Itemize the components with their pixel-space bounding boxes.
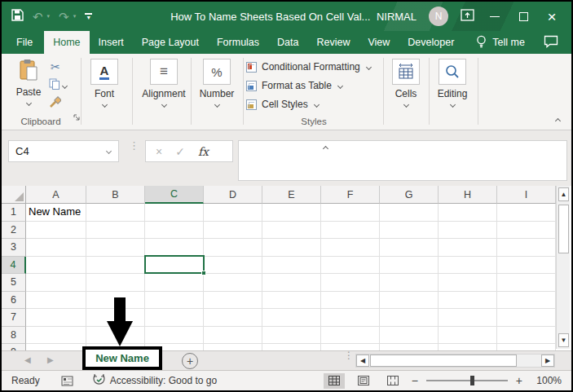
cell-D1[interactable] bbox=[204, 204, 262, 222]
scroll-left-icon[interactable]: ◀ bbox=[356, 355, 369, 367]
cell-I4[interactable] bbox=[497, 257, 556, 275]
styles-item-conditional-formatting[interactable]: Conditional Formatting bbox=[246, 59, 371, 74]
new-sheet-button[interactable]: + bbox=[182, 353, 198, 369]
cell-A1[interactable]: New Name bbox=[26, 204, 86, 222]
cell-D5[interactable] bbox=[204, 274, 262, 292]
cell-B4[interactable] bbox=[86, 257, 145, 275]
cell-A8[interactable] bbox=[26, 327, 86, 345]
zoom-in-button[interactable]: + bbox=[516, 374, 522, 387]
normal-view-button[interactable] bbox=[324, 373, 345, 389]
redo-icon[interactable]: ↷ bbox=[59, 11, 69, 23]
format-painter-button[interactable] bbox=[49, 96, 61, 112]
cell-D8[interactable] bbox=[204, 327, 262, 345]
collapse-ribbon-icon[interactable] bbox=[555, 118, 561, 124]
scroll-down-icon[interactable]: ▼ bbox=[558, 333, 569, 347]
previous-sheet-icon[interactable]: ◀ bbox=[24, 355, 31, 364]
undo-icon[interactable]: ↶ bbox=[33, 11, 43, 23]
undo-dropdown-icon[interactable]: ▾ bbox=[47, 13, 51, 20]
macro-record-icon[interactable] bbox=[61, 376, 73, 386]
tell-me[interactable]: Tell me bbox=[476, 31, 525, 54]
cell-H9[interactable] bbox=[439, 344, 497, 350]
scroll-right-icon[interactable]: ▶ bbox=[541, 355, 554, 367]
cell-E3[interactable] bbox=[262, 239, 321, 257]
cell-F6[interactable] bbox=[321, 292, 380, 310]
page-break-view-button[interactable] bbox=[382, 373, 403, 389]
cell-B1[interactable] bbox=[86, 204, 145, 222]
cell-D9[interactable] bbox=[204, 344, 262, 350]
cell-I3[interactable] bbox=[497, 239, 556, 257]
cells-group-button[interactable]: Cells bbox=[387, 59, 425, 107]
cell-A7[interactable] bbox=[26, 309, 86, 327]
cell-E8[interactable] bbox=[262, 327, 321, 345]
font-group-button[interactable]: A Font bbox=[86, 59, 122, 107]
cell-F7[interactable] bbox=[321, 309, 380, 327]
next-sheet-icon[interactable]: ▶ bbox=[47, 355, 54, 364]
cell-B5[interactable] bbox=[86, 274, 145, 292]
maximize-button[interactable] bbox=[515, 8, 531, 24]
tab-insert[interactable]: Insert bbox=[90, 31, 133, 54]
tab-review[interactable]: Review bbox=[307, 31, 359, 54]
cell-G4[interactable] bbox=[380, 257, 439, 275]
column-header-G[interactable]: G bbox=[380, 186, 439, 204]
cell-C5[interactable] bbox=[145, 274, 204, 292]
tab-home[interactable]: Home bbox=[44, 31, 89, 54]
horizontal-scrollbar[interactable]: ◀ ▶ bbox=[355, 354, 555, 368]
scroll-up-icon[interactable]: ▲ bbox=[558, 187, 569, 201]
row-header-5[interactable]: 5 bbox=[2, 274, 26, 292]
column-header-C[interactable]: C bbox=[145, 186, 204, 204]
cell-I6[interactable] bbox=[497, 292, 556, 310]
cell-H4[interactable] bbox=[439, 257, 497, 275]
column-header-B[interactable]: B bbox=[86, 186, 145, 204]
cell-D4[interactable] bbox=[204, 257, 262, 275]
tab-view[interactable]: View bbox=[359, 31, 399, 54]
cell-A6[interactable] bbox=[26, 292, 86, 310]
cell-G7[interactable] bbox=[380, 309, 439, 327]
cell-H1[interactable] bbox=[439, 204, 497, 222]
column-header-H[interactable]: H bbox=[439, 186, 497, 204]
cell-E1[interactable] bbox=[262, 204, 321, 222]
save-icon[interactable] bbox=[11, 9, 24, 24]
tab-data[interactable]: Data bbox=[268, 31, 307, 54]
row-header-3[interactable]: 3 bbox=[2, 239, 26, 257]
enter-icon[interactable]: ✓ bbox=[175, 145, 185, 158]
cell-I9[interactable] bbox=[497, 344, 556, 350]
horizontal-scroll-thumb[interactable] bbox=[370, 355, 517, 367]
cell-C6[interactable] bbox=[145, 292, 204, 310]
cell-G1[interactable] bbox=[380, 204, 439, 222]
cell-I2[interactable] bbox=[497, 222, 556, 240]
cell-C8[interactable] bbox=[145, 327, 204, 345]
customize-qat-icon[interactable]: ▾ bbox=[85, 13, 92, 20]
cell-F8[interactable] bbox=[321, 327, 380, 345]
row-header-7[interactable]: 7 bbox=[2, 309, 26, 327]
cell-I8[interactable] bbox=[497, 327, 556, 345]
cell-B3[interactable] bbox=[86, 239, 145, 257]
cell-H3[interactable] bbox=[439, 239, 497, 257]
row-header-4[interactable]: 4 bbox=[2, 257, 26, 275]
minimize-button[interactable] bbox=[487, 8, 503, 24]
cell-H5[interactable] bbox=[439, 274, 497, 292]
column-header-A[interactable]: A bbox=[26, 186, 86, 204]
sheet-tab-new-name[interactable]: New Name bbox=[82, 346, 162, 370]
zoom-slider-thumb[interactable] bbox=[470, 376, 474, 385]
cell-H2[interactable] bbox=[439, 222, 497, 240]
name-box[interactable]: C4 bbox=[8, 140, 119, 162]
cell-I7[interactable] bbox=[497, 309, 556, 327]
row-header-8[interactable]: 8 bbox=[2, 327, 26, 345]
cell-D3[interactable] bbox=[204, 239, 262, 257]
row-header-6[interactable]: 6 bbox=[2, 292, 26, 310]
name-box-divider[interactable]: ⋮ bbox=[129, 143, 139, 148]
cell-E5[interactable] bbox=[262, 274, 321, 292]
cell-I5[interactable] bbox=[497, 274, 556, 292]
row-header-2[interactable]: 2 bbox=[2, 222, 26, 240]
user-name[interactable]: NIRMAL bbox=[377, 11, 417, 23]
ribbon-display-options-icon[interactable] bbox=[461, 9, 474, 24]
avatar[interactable]: N bbox=[429, 7, 448, 26]
cell-B2[interactable] bbox=[86, 222, 145, 240]
cell-C1[interactable] bbox=[145, 204, 204, 222]
close-button[interactable]: × bbox=[544, 8, 560, 24]
cell-G3[interactable] bbox=[380, 239, 439, 257]
cell-D7[interactable] bbox=[204, 309, 262, 327]
vertical-scroll-thumb[interactable] bbox=[558, 205, 569, 253]
cell-D2[interactable] bbox=[204, 222, 262, 240]
copy-button[interactable] bbox=[49, 78, 67, 93]
